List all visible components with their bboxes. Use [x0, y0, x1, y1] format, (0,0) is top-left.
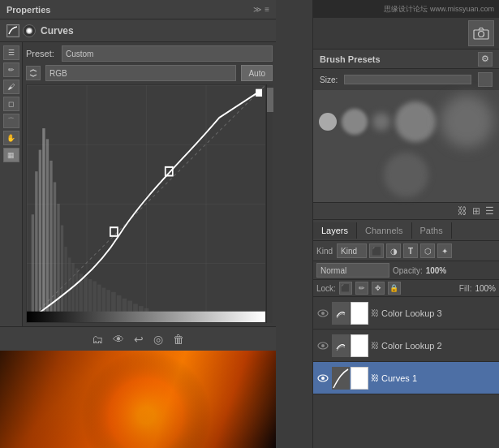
brush-size-slider[interactable] [344, 75, 471, 84]
tool-curve[interactable]: ⌒ [3, 114, 19, 128]
layer-item-curves-1[interactable]: ⛓ Curves 1 [313, 362, 499, 394]
curves-scrollbar[interactable] [266, 84, 273, 323]
fill-label: Fill: [459, 284, 472, 293]
panel-menu-icon[interactable]: ≡ [265, 5, 269, 14]
brush-item[interactable] [384, 153, 428, 197]
channel-arrows-icon[interactable] [26, 66, 41, 80]
brush-grid-icon[interactable]: ⊞ [472, 205, 480, 217]
preset-label: Preset: [26, 49, 57, 58]
properties-body: ☰ ✏ 🖌 ◻ ⌒ ✋ ▦ Preset: Custom Default Str… [0, 42, 276, 326]
layer-kind-shape-icon[interactable]: ⬡ [420, 243, 435, 258]
layers-tabs: Layers Channels Paths [313, 220, 499, 241]
panel-expand-icon[interactable]: ≫ [253, 5, 261, 14]
layer-link-icon-2: ⛓ [371, 341, 379, 350]
layer-thumb-curves [332, 367, 350, 390]
bottom-icon-trash[interactable]: 🗑 [173, 333, 184, 346]
tool-levels[interactable]: ▦ [3, 148, 19, 162]
svg-rect-13 [64, 247, 67, 322]
curves-svg [27, 85, 265, 322]
blend-mode-select[interactable]: Normal Multiply Screen Overlay [316, 263, 389, 278]
tab-channels[interactable]: Channels [357, 222, 411, 239]
layer-kind-smart-icon[interactable]: ✦ [437, 243, 452, 258]
svg-rect-7 [42, 128, 45, 322]
camera-icon-btn[interactable] [468, 20, 494, 46]
tool-hand[interactable]: ✋ [3, 131, 19, 145]
svg-rect-4 [32, 214, 34, 322]
brush-presets-header: Brush Presets ⚙ [313, 50, 499, 69]
brush-size-row: Size: [313, 69, 499, 90]
svg-rect-6 [39, 150, 41, 322]
preset-row: Preset: Custom Default Strong Contrast [26, 45, 273, 62]
kind-label: Kind [316, 247, 333, 256]
brush-list-icon[interactable]: ☰ [485, 205, 494, 217]
layer-name-2: Color Lookup 2 [381, 341, 496, 351]
tool-pencil[interactable]: ✏ [3, 62, 19, 77]
layers-panel: Layers Channels Paths Kind Kind Name Eff… [313, 220, 499, 448]
blend-row: Normal Multiply Screen Overlay Opacity: … [313, 261, 499, 280]
brush-header-icons: ⚙ [478, 52, 493, 67]
tool-brush[interactable]: 🖌 [3, 80, 19, 94]
layer-visibility-2[interactable] [316, 339, 329, 352]
brush-item[interactable] [372, 113, 390, 131]
brush-settings-icon[interactable]: ⚙ [478, 52, 493, 67]
layer-thumb-mask-curves [351, 367, 368, 390]
graph-container [26, 84, 273, 323]
brush-size-label: Size: [320, 75, 338, 84]
layer-link-icon-curves: ⛓ [371, 373, 379, 382]
channel-select[interactable]: RGB Red Green Blue [45, 65, 236, 81]
svg-point-50 [321, 377, 325, 380]
bottom-icon-eye[interactable]: 👁 [113, 333, 124, 346]
lock-row: Lock: ⬛ ✏ ✥ 🔒 Fill: 100% [313, 280, 499, 297]
lock-move-icon[interactable]: ✥ [372, 282, 385, 295]
layer-visibility-3[interactable] [316, 307, 329, 320]
brush-link-icon[interactable]: ⛓ [458, 205, 467, 217]
brush-item[interactable] [319, 113, 337, 131]
brush-item[interactable] [441, 95, 493, 148]
curves-graph[interactable] [26, 84, 266, 323]
kind-select[interactable]: Kind Name Effect [337, 243, 367, 258]
top-right-icons [313, 18, 499, 50]
svg-rect-12 [61, 226, 63, 322]
tab-paths[interactable]: Paths [412, 222, 452, 239]
bottom-icon-layer[interactable]: 🗂 [92, 333, 103, 346]
layer-thumb-adjust-2 [332, 334, 350, 357]
layer-visibility-1[interactable] [316, 372, 329, 385]
lock-all-icon[interactable]: 🔒 [388, 282, 401, 295]
opacity-value: 100% [426, 266, 447, 275]
properties-header: Properties ≫ ≡ [0, 0, 276, 19]
layer-kind-adjust-icon[interactable]: ◑ [386, 243, 401, 258]
brush-size-input[interactable] [478, 72, 493, 87]
bottom-icon-mask[interactable]: ◎ [153, 333, 163, 346]
bottom-icon-reset[interactable]: ↩ [134, 333, 144, 346]
brush-item[interactable] [342, 109, 368, 135]
svg-rect-40 [27, 312, 265, 322]
svg-rect-8 [46, 139, 49, 322]
brush-grid [313, 90, 499, 202]
curves-title: Curves [41, 25, 74, 37]
tool-select[interactable]: ☰ [3, 45, 19, 60]
svg-rect-5 [35, 171, 37, 322]
layer-item-color-lookup-2[interactable]: ⛓ Color Lookup 2 [313, 330, 499, 362]
auto-button[interactable]: Auto [241, 65, 273, 81]
left-tools: ☰ ✏ 🖌 ◻ ⌒ ✋ ▦ [0, 42, 23, 326]
svg-point-47 [321, 344, 325, 347]
lock-paint-icon[interactable]: ✏ [355, 282, 368, 295]
tool-eraser[interactable]: ◻ [3, 97, 19, 111]
svg-point-42 [479, 32, 484, 37]
opacity-label: Opacity: [393, 266, 423, 275]
tab-layers[interactable]: Layers [313, 222, 357, 239]
layer-kind-pixel-icon[interactable]: ⬛ [369, 243, 384, 258]
svg-rect-39 [256, 89, 262, 96]
svg-rect-11 [57, 204, 59, 322]
watermark-text: 思缘设计论坛 www.missyuan.com [384, 4, 494, 15]
curves-content: Preset: Custom Default Strong Contrast R… [23, 42, 276, 326]
brush-item[interactable] [395, 101, 436, 142]
preset-select[interactable]: Custom Default Strong Contrast [62, 45, 273, 62]
image-preview [0, 351, 276, 448]
lock-pixels-icon[interactable]: ⬛ [339, 282, 352, 295]
channel-row: RGB Red Green Blue Auto [26, 65, 273, 81]
layer-name-1: Curves 1 [381, 373, 496, 383]
layer-thumb-mask [351, 302, 368, 325]
layer-item-color-lookup-3[interactable]: ⛓ Color Lookup 3 [313, 297, 499, 330]
layer-kind-type-icon[interactable]: T [403, 243, 418, 258]
